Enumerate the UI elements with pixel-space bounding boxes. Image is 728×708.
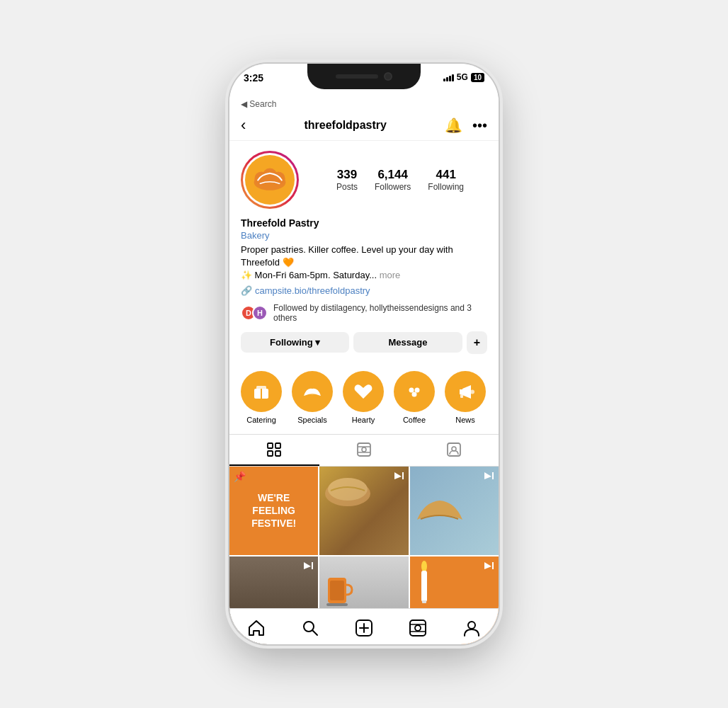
followers-count: 6,144 <box>375 168 411 182</box>
status-right: 5G 10 <box>443 72 484 82</box>
svg-rect-39 <box>410 620 426 636</box>
search-back-bar: ◀ Search <box>229 98 499 112</box>
battery-badge: 10 <box>471 73 484 82</box>
screen-content[interactable]: ◀ Search ‹ threefoldpastry 🔔 ••• <box>229 98 499 644</box>
highlight-label-specials: Specials <box>297 416 327 424</box>
stat-following[interactable]: 441 Following <box>428 168 464 192</box>
coffee-cup-visual <box>319 564 355 613</box>
action-buttons: Following ▾ Message + <box>241 331 487 354</box>
followed-by-text: Followed by distilagency, hollytheissend… <box>273 303 487 323</box>
svg-point-31 <box>421 561 427 572</box>
svg-point-7 <box>409 387 414 392</box>
add-person-button[interactable]: + <box>467 331 487 354</box>
svg-point-17 <box>362 447 366 452</box>
bottom-nav <box>229 608 499 644</box>
phone-screen: 3:25 5G 10 ◀ Search <box>229 64 499 644</box>
tab-tagged[interactable] <box>409 435 499 466</box>
highlight-specials[interactable]: Specials <box>292 371 333 424</box>
message-label: Message <box>389 337 428 348</box>
svg-rect-26 <box>312 562 313 569</box>
highlight-label-hearty: Hearty <box>352 416 375 424</box>
stat-posts[interactable]: 339 Posts <box>336 168 358 192</box>
tagged-view-icon <box>446 442 462 457</box>
svg-point-9 <box>412 392 417 396</box>
add-icon: + <box>474 336 480 348</box>
highlight-news[interactable]: News <box>445 371 486 424</box>
highlight-circle-specials <box>292 371 333 412</box>
svg-rect-13 <box>275 443 280 448</box>
svg-rect-33 <box>422 600 426 603</box>
nav-add[interactable] <box>350 616 378 640</box>
phone-frame: 3:25 5G 10 ◀ Search <box>229 64 499 644</box>
more-options-icon[interactable]: ••• <box>472 118 487 134</box>
video-play-icon <box>393 471 404 482</box>
avatar-inner <box>243 153 297 207</box>
bio-line2: Threefold 🧡 <box>241 257 294 268</box>
highlight-circle-catering <box>241 371 282 412</box>
grid-post-3[interactable] <box>410 467 499 555</box>
posts-count: 339 <box>336 168 358 182</box>
highlight-circle-hearty <box>343 371 384 412</box>
avatar[interactable] <box>245 155 295 205</box>
tab-reels[interactable] <box>319 435 409 466</box>
signal-bars <box>443 73 454 81</box>
bio-more[interactable]: more <box>380 270 401 280</box>
nav-profile[interactable] <box>457 616 486 640</box>
profile-header: ‹ threefoldpastry 🔔 ••• <box>229 112 499 141</box>
highlight-label-catering: Catering <box>246 416 276 424</box>
highlight-label-news: News <box>455 416 475 424</box>
link-text: campsite.bio/threefoldpastry <box>255 285 370 296</box>
profile-username: threefoldpastry <box>304 119 386 132</box>
news-icon <box>454 380 477 403</box>
coffee-icon <box>403 380 426 403</box>
grid-post-1[interactable]: WE'RE FEELINGFESTIVE! 📌 <box>229 467 318 555</box>
following-label: Following ▾ <box>270 337 320 348</box>
svg-point-40 <box>415 625 421 631</box>
svg-line-35 <box>313 631 318 636</box>
stat-followers[interactable]: 6,144 Followers <box>375 168 411 192</box>
svg-rect-15 <box>275 451 280 456</box>
profile-section: 339 Posts 6,144 Followers 441 Following <box>229 141 499 371</box>
svg-rect-28 <box>330 581 344 600</box>
pin-icon: 📌 <box>234 471 246 482</box>
svg-point-10 <box>470 389 474 394</box>
svg-rect-14 <box>268 451 273 456</box>
svg-rect-12 <box>268 443 273 448</box>
grid-post-2[interactable] <box>319 467 408 555</box>
highlight-coffee[interactable]: Coffee <box>394 371 435 424</box>
video-icon-6 <box>483 561 494 574</box>
tab-grid[interactable] <box>229 435 319 466</box>
following-button[interactable]: Following ▾ <box>241 332 349 353</box>
highlight-hearty[interactable]: Hearty <box>343 371 384 424</box>
profile-link[interactable]: 🔗 campsite.bio/threefoldpastry <box>241 285 487 296</box>
content-tab-bar <box>229 434 499 467</box>
svg-point-43 <box>468 622 475 629</box>
bio-line3: ✨ Mon-Fri 6am-5pm. Saturday... <box>241 270 377 280</box>
video-icon-4 <box>302 561 314 574</box>
add-post-icon <box>355 619 373 637</box>
highlight-catering[interactable]: Catering <box>241 371 282 424</box>
svg-rect-16 <box>358 443 370 456</box>
profile-top: 339 Posts 6,144 Followers 441 Following <box>241 151 487 209</box>
posts-label: Posts <box>336 182 358 192</box>
video-play-icon-2 <box>483 471 494 482</box>
profile-category[interactable]: Bakery <box>241 230 487 241</box>
svg-rect-29 <box>326 603 348 606</box>
message-button[interactable]: Message <box>353 332 462 353</box>
nav-reels[interactable] <box>404 616 432 640</box>
phone-notch <box>307 64 421 89</box>
svg-rect-22 <box>402 472 404 479</box>
video-play-icon-4 <box>483 561 494 572</box>
profile-name: Threefold Pastry <box>241 217 487 229</box>
profile-nav-icon <box>462 619 481 637</box>
back-button[interactable]: ‹ <box>241 116 246 135</box>
video-icon-3 <box>483 471 494 484</box>
nav-home[interactable] <box>242 616 271 640</box>
avatar-logo-icon <box>250 164 290 195</box>
candle-visual <box>410 556 438 613</box>
follower-avatar-2: H <box>252 305 268 321</box>
home-icon <box>247 619 266 637</box>
notification-bell-icon[interactable]: 🔔 <box>445 117 462 134</box>
nav-search[interactable] <box>296 616 324 640</box>
video-icon-2 <box>393 471 404 484</box>
